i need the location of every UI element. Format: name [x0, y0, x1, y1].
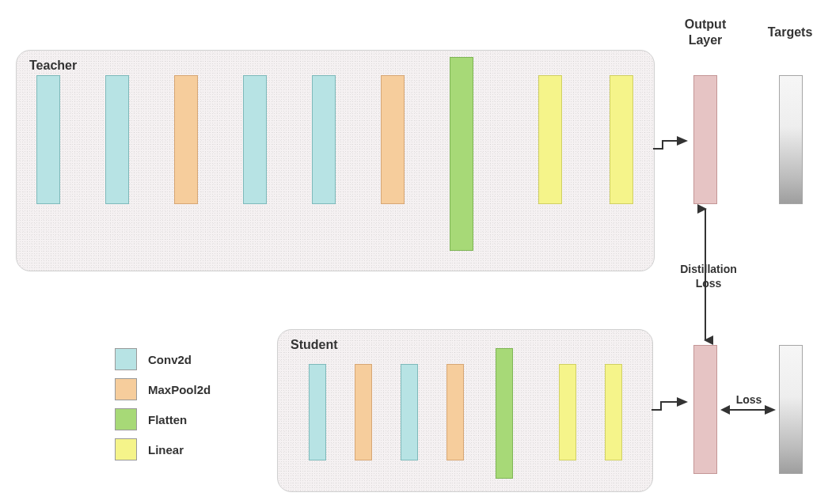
student-conv-2: [401, 364, 418, 460]
legend-swatch-pool: [115, 378, 137, 400]
legend-row: Flatten: [115, 404, 211, 434]
student-container: Student: [277, 329, 653, 492]
legend-swatch-conv: [115, 348, 137, 370]
student-pool-1: [355, 364, 372, 460]
legend-label: Conv2d: [148, 353, 192, 366]
teacher-conv-3: [243, 75, 267, 204]
legend: Conv2d MaxPool2d Flatten Linear: [115, 344, 211, 464]
legend-row: Linear: [115, 434, 211, 464]
output-layer-header: Output Layer: [674, 17, 737, 48]
teacher-linear-1: [538, 75, 562, 204]
legend-swatch-linear: [115, 438, 137, 460]
teacher-to-output-arrow: [653, 138, 701, 162]
legend-row: Conv2d: [115, 344, 211, 374]
student-to-output-arrow: [652, 400, 699, 423]
legend-label: MaxPool2d: [148, 383, 211, 396]
teacher-pool-1: [174, 75, 198, 204]
legend-row: MaxPool2d: [115, 374, 211, 404]
loss-label: Loss: [733, 393, 765, 407]
student-flatten: [496, 348, 513, 479]
student-label: Student: [291, 338, 338, 352]
legend-swatch-flat: [115, 408, 137, 430]
teacher-pool-2: [381, 75, 405, 204]
teacher-conv-2: [105, 75, 129, 204]
legend-label: Linear: [148, 443, 184, 457]
student-conv-1: [309, 364, 326, 460]
teacher-conv-4: [312, 75, 336, 204]
legend-label: Flatten: [148, 413, 187, 426]
student-linear-2: [605, 364, 622, 460]
teacher-targets-bar: [779, 75, 803, 204]
student-targets-bar: [779, 345, 803, 474]
distillation-loss-label: Distillation Loss: [674, 263, 743, 290]
student-linear-1: [559, 364, 576, 460]
student-pool-2: [446, 364, 464, 460]
teacher-linear-2: [610, 75, 633, 204]
teacher-label: Teacher: [29, 59, 77, 73]
targets-header: Targets: [758, 25, 822, 40]
teacher-flatten: [450, 57, 473, 251]
teacher-conv-1: [36, 75, 60, 204]
